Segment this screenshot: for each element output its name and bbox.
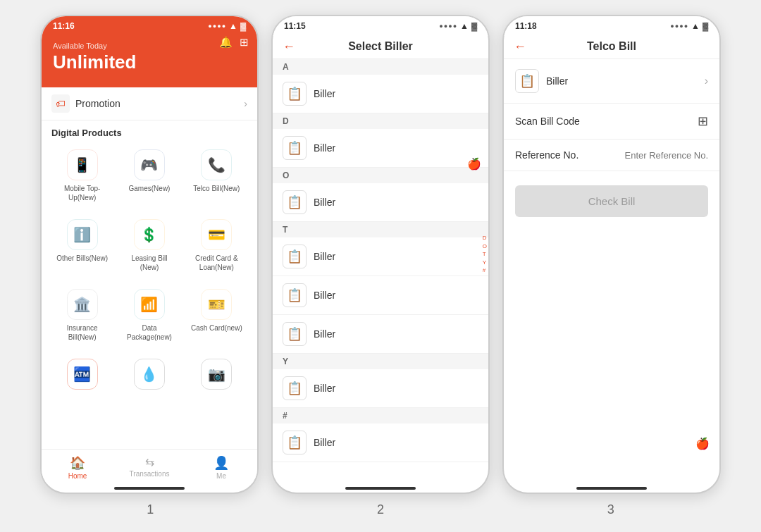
grid-item-atm[interactable]: 🏧 bbox=[51, 353, 113, 399]
leasing-label: Leasing Bill (New) bbox=[121, 254, 177, 272]
screen3-header: ← Telco Bill bbox=[504, 36, 719, 59]
biller-item-t2[interactable]: 📋 Biller bbox=[273, 276, 488, 315]
group-header-o: O bbox=[273, 168, 488, 183]
cash-card-label: Cash Card(new) bbox=[191, 323, 242, 333]
hero-banner: 🔔 ⊞ Available Today Unlimited bbox=[42, 36, 257, 87]
biller-icon-hash1: 📋 bbox=[283, 431, 307, 454]
signal-dots-2: ●●●● bbox=[439, 23, 457, 30]
form-section: 📋 Biller › Scan Bill Code ⊞ Reference No… bbox=[504, 59, 719, 484]
page-number-3: 3 bbox=[502, 502, 720, 517]
scan-bill-row[interactable]: Scan Bill Code ⊞ bbox=[504, 104, 719, 140]
status-bar-1: 11:16 ●●●● ▲ ▓ bbox=[42, 16, 257, 36]
games-label: Games(New) bbox=[129, 184, 171, 193]
biller-form-icon: 📋 bbox=[515, 69, 539, 93]
wifi-icon-3: ▲ bbox=[691, 21, 700, 31]
biller-icon-t1: 📋 bbox=[283, 245, 307, 268]
data-package-icon: 📶 bbox=[134, 289, 165, 320]
index-o[interactable]: O bbox=[483, 243, 487, 250]
bottom-nav-1: 🏠 Home ⇆ Transactions 👤 Me bbox=[42, 449, 257, 484]
biller-list: A 📋 Biller D 📋 Biller O 📋 Biller bbox=[273, 59, 488, 484]
group-header-y: Y bbox=[273, 354, 488, 369]
grid-item-other-bills[interactable]: ℹ️ Other Bills(New) bbox=[51, 214, 113, 278]
grid-item-cash-card[interactable]: 🎫 Cash Card(new) bbox=[186, 283, 247, 347]
nav-transactions[interactable]: ⇆ Transactions bbox=[113, 450, 185, 484]
grid-item-leasing[interactable]: 💲 Leasing Bill (New) bbox=[118, 214, 180, 278]
group-header-a: A bbox=[273, 59, 488, 75]
promotion-bar[interactable]: 🏷 Promotion › bbox=[42, 87, 257, 120]
index-t[interactable]: T bbox=[483, 251, 487, 258]
biller-icon-d1: 📋 bbox=[283, 136, 307, 160]
ref-no-row[interactable]: Reference No. bbox=[504, 140, 719, 171]
biller-item-y1[interactable]: 📋 Biller bbox=[273, 369, 488, 408]
grid-item-camera[interactable]: 📷 bbox=[186, 353, 247, 399]
index-d[interactable]: D bbox=[483, 235, 487, 242]
credit-card-label: Credit Card & Loan(New) bbox=[189, 254, 245, 272]
games-icon: 🎮 bbox=[134, 149, 165, 180]
biller-icon-y1: 📋 bbox=[283, 376, 307, 400]
signal-dots-3: ●●●● bbox=[670, 23, 688, 30]
grid-item-credit-card[interactable]: 💳 Credit Card & Loan(New) bbox=[186, 214, 247, 278]
transactions-icon: ⇆ bbox=[145, 455, 154, 469]
grid-item-water[interactable]: 💧 bbox=[118, 353, 180, 399]
back-arrow-2[interactable]: ← bbox=[283, 39, 295, 54]
biller-icon-t3: 📋 bbox=[283, 322, 307, 346]
nav-transactions-label: Transactions bbox=[130, 470, 170, 478]
ref-no-input[interactable] bbox=[590, 150, 708, 161]
home-indicator-1 bbox=[114, 487, 185, 490]
biller-item-t1[interactable]: 📋 Biller bbox=[273, 237, 488, 276]
mobile-topup-icon: 📱 bbox=[67, 149, 98, 180]
promo-icon: 🏷 bbox=[51, 94, 70, 113]
atm-icon: 🏧 bbox=[67, 359, 98, 390]
biller-name-a1: Biller bbox=[314, 88, 335, 99]
chevron-right-biller-icon: › bbox=[705, 75, 708, 87]
ref-no-label: Reference No. bbox=[515, 149, 579, 161]
biller-item-hash1[interactable]: 📋 Biller bbox=[273, 423, 488, 462]
home-indicator-3 bbox=[576, 487, 647, 490]
scan-icon[interactable]: ⊞ bbox=[698, 113, 708, 129]
nav-me-label: Me bbox=[216, 472, 226, 480]
cash-card-icon: 🎫 bbox=[201, 289, 232, 320]
index-y[interactable]: Y bbox=[483, 259, 487, 266]
time-3: 11:18 bbox=[515, 21, 537, 31]
more-items-grid: 🏧 💧 📷 bbox=[51, 353, 247, 399]
biller-item-a1[interactable]: 📋 Biller bbox=[273, 75, 488, 113]
nav-home-label: Home bbox=[68, 472, 87, 480]
back-arrow-3[interactable]: ← bbox=[514, 39, 526, 54]
grid-item-telco-bill[interactable]: 📞 Telco Bill(New) bbox=[186, 144, 247, 208]
biller-name-t2: Biller bbox=[314, 290, 335, 301]
insurance-icon: 🏛️ bbox=[67, 289, 98, 320]
biller-form-row[interactable]: 📋 Biller › bbox=[504, 59, 719, 104]
grid-item-games[interactable]: 🎮 Games(New) bbox=[118, 144, 180, 208]
check-bill-button[interactable]: Check Bill bbox=[515, 185, 708, 217]
biller-item-d1[interactable]: 📋 Biller bbox=[273, 129, 488, 168]
digital-products-grid: 📱 Mobile Top-Up(New) 🎮 Games(New) 📞 Telc… bbox=[51, 144, 247, 347]
screen-1: 11:16 ●●●● ▲ ▓ 🔔 ⊞ Available Today Unlim… bbox=[40, 15, 259, 494]
biller-item-t3[interactable]: 📋 Biller bbox=[273, 315, 488, 354]
biller-name-y1: Biller bbox=[314, 383, 335, 394]
grid-item-data-package[interactable]: 📶 Data Package(new) bbox=[118, 283, 180, 347]
biller-icon-o1: 📋 bbox=[283, 190, 307, 214]
scan-bill-label: Scan Bill Code bbox=[515, 116, 580, 127]
home-indicator-2 bbox=[345, 487, 416, 490]
biller-form-label: Biller bbox=[546, 75, 568, 87]
screen-2: 11:15 ●●●● ▲ ▓ ← Select Biller A 📋 Bille… bbox=[271, 15, 490, 494]
water-icon: 💧 bbox=[134, 359, 165, 390]
biller-icon-t2: 📋 bbox=[283, 283, 307, 307]
screen2-title: Select Biller bbox=[348, 40, 413, 53]
available-label: Available Today bbox=[53, 42, 246, 50]
group-header-hash: # bbox=[273, 408, 488, 423]
index-hash[interactable]: # bbox=[483, 267, 487, 274]
screen-3: 11:18 ●●●● ▲ ▓ ← Telco Bill 📋 Biller bbox=[502, 15, 721, 494]
other-bills-label: Other Bills(New) bbox=[56, 254, 108, 263]
nav-home[interactable]: 🏠 Home bbox=[42, 450, 113, 484]
digital-section: Digital Products 📱 Mobile Top-Up(New) 🎮 … bbox=[42, 120, 257, 449]
grid-item-insurance[interactable]: 🏛️ Insurance Bill(New) bbox=[51, 283, 113, 347]
screen3-title: Telco Bill bbox=[587, 40, 636, 53]
nav-me[interactable]: 👤 Me bbox=[185, 450, 257, 484]
biller-name-o1: Biller bbox=[314, 197, 335, 208]
grid-item-mobile-topup[interactable]: 📱 Mobile Top-Up(New) bbox=[51, 144, 113, 208]
chevron-right-icon: › bbox=[244, 98, 247, 109]
telco-bill-label: Telco Bill(New) bbox=[193, 184, 240, 193]
biller-item-o1[interactable]: 📋 Biller bbox=[273, 183, 488, 222]
leasing-icon: 💲 bbox=[134, 219, 165, 250]
